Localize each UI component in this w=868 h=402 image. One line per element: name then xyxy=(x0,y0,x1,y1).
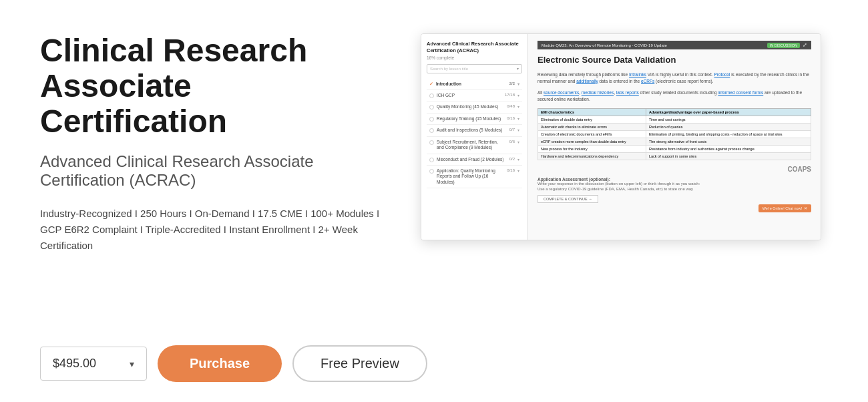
sc-expand-icon: ⤢ xyxy=(803,42,807,48)
price-dropdown[interactable]: $495.00 ▾ xyxy=(40,347,147,381)
sc-search[interactable]: Search by lesson title ▾ xyxy=(427,64,522,73)
price-label: $495.00 xyxy=(53,357,96,371)
sc-close-chat-icon[interactable]: ✕ xyxy=(804,206,807,210)
course-subtitle: Advanced Clinical Research Associate Cer… xyxy=(40,152,387,190)
sc-assessment-text-1: Write your response in the discussion (b… xyxy=(537,182,811,186)
sc-count: 0/7 xyxy=(509,128,515,132)
sc-expand-icon: ▾ xyxy=(517,140,519,144)
sc-expand-icon: ▾ xyxy=(517,128,519,132)
sc-circle-icon xyxy=(429,158,434,162)
sc-count: 0/6 xyxy=(509,140,515,144)
table-row: Elimination of double data entry Time an… xyxy=(538,116,811,123)
table-row: New process for the industry Resistance … xyxy=(538,145,811,152)
sc-count: 0/2 xyxy=(509,157,515,161)
sc-chat-badge[interactable]: We're Online! Chat now! ✕ xyxy=(758,204,811,212)
sc-search-chevron: ▾ xyxy=(517,66,519,71)
sc-circle-icon xyxy=(429,117,434,122)
sc-menu-item-audit[interactable]: Audit and Inspections (5 Modules) 0/7 ▾ xyxy=(427,125,522,136)
sc-content: Module QM23: An Overview of Remote Monit… xyxy=(528,34,821,240)
sc-item-text: Subject Recruitment, Retention, and Comp… xyxy=(437,140,505,151)
sc-menu-item-quality[interactable]: Quality Monitoring (45 Modules) 0/48 ▾ xyxy=(427,102,522,113)
table-row: Automatic edit checks to eliminate error… xyxy=(538,123,811,130)
main-container: Clinical Research Associate Certificatio… xyxy=(0,0,868,332)
sc-check-icon: ✓ xyxy=(429,81,433,87)
course-features: Industry-Recognized I 250 Hours I On-Dem… xyxy=(40,206,387,254)
sc-circle-icon xyxy=(429,105,434,110)
sc-count: 0/16 xyxy=(507,168,515,172)
sc-assessment-title: Application Assessment (optional): xyxy=(537,177,811,182)
sc-item-text: Quality Monitoring (45 Modules) xyxy=(437,104,503,110)
sc-module-header: Module QM23: An Overview of Remote Monit… xyxy=(537,41,811,49)
sc-item-text: Introduction xyxy=(436,81,505,87)
sc-item-text: Misconduct and Fraud (2 Modules) xyxy=(437,157,505,162)
sc-expand-icon: ▾ xyxy=(517,168,519,173)
purchase-button[interactable]: Purchase xyxy=(158,345,282,382)
sc-item-text: Application: Quality Monitoring Reports … xyxy=(437,168,503,185)
chevron-down-icon: ▾ xyxy=(130,359,134,369)
sc-expand-icon: ▾ xyxy=(517,93,519,97)
sc-progress: 16% complete xyxy=(427,55,522,60)
sc-module-header-text: Module QM23: An Overview of Remote Monit… xyxy=(541,43,667,47)
table-row: Hardware and telecommunications dependen… xyxy=(538,152,811,160)
sc-circle-icon xyxy=(429,169,434,174)
sc-circle-icon xyxy=(429,128,434,133)
sc-body-text-2: All source documents, medical histories,… xyxy=(537,89,811,103)
sc-lesson-title: Electronic Source Data Validation xyxy=(537,55,811,66)
sc-in-discussion-badge: IN DISCUSSION xyxy=(767,43,800,48)
sc-assessment-text-2: Use a regulatory COVID-19 guideline (FDA… xyxy=(537,187,811,191)
sc-expand-icon: ▾ xyxy=(517,81,519,86)
sc-menu-item-introduction[interactable]: ✓ Introduction 2/2 ▾ xyxy=(427,79,522,90)
sc-circle-icon xyxy=(429,140,434,145)
sc-menu-item-ichgcp[interactable]: ICH GCP 17/18 ▾ xyxy=(427,90,522,102)
sc-sidebar-title: Advanced Clinical Research Associate Cer… xyxy=(427,41,522,54)
action-bar: $495.00 ▾ Purchase Free Preview xyxy=(0,332,868,402)
sc-table-col2-header: Advantage/disadvantage over paper-based … xyxy=(646,108,811,116)
sc-count: 0/48 xyxy=(507,104,515,108)
sc-sidebar: Advanced Clinical Research Associate Cer… xyxy=(421,34,528,240)
sc-coaps-logo: COAPS xyxy=(537,166,811,173)
sc-count: 17/18 xyxy=(505,93,515,97)
table-row: eCRF creation more complex than double d… xyxy=(538,138,811,145)
sc-body-text-1: Reviewing data remotely through platform… xyxy=(537,71,811,85)
sc-assessment: Application Assessment (optional): Write… xyxy=(537,177,811,203)
sc-item-text: Regulatory Training (15 Modules) xyxy=(437,116,503,122)
sc-expand-icon: ▾ xyxy=(517,104,519,109)
course-title: Clinical Research Associate Certificatio… xyxy=(40,33,387,139)
right-panel: Advanced Clinical Research Associate Cer… xyxy=(414,27,828,332)
sc-table-col1-header: EMI characteristics xyxy=(538,108,646,116)
sc-complete-continue-button[interactable]: COMPLETE & CONTINUE → xyxy=(537,195,598,203)
free-preview-button[interactable]: Free Preview xyxy=(292,345,427,382)
sc-circle-icon xyxy=(429,93,434,98)
course-screenshot: Advanced Clinical Research Associate Cer… xyxy=(421,33,821,240)
sc-count: 0/16 xyxy=(507,116,515,120)
sc-expand-icon: ▾ xyxy=(517,157,519,162)
sc-search-placeholder: Search by lesson title xyxy=(430,67,468,71)
left-panel: Clinical Research Associate Certificatio… xyxy=(40,27,387,332)
sc-menu-item-application[interactable]: Application: Quality Monitoring Reports … xyxy=(427,166,522,188)
sc-item-text: Audit and Inspections (5 Modules) xyxy=(437,128,505,133)
sc-expand-icon: ▾ xyxy=(517,116,519,121)
sc-comparison-table: EMI characteristics Advantage/disadvanta… xyxy=(537,108,811,160)
sc-menu-item-regulatory[interactable]: Regulatory Training (15 Modules) 0/16 ▾ xyxy=(427,114,522,125)
sc-chat-badge-text: We're Online! Chat now! xyxy=(763,206,802,210)
table-row: Creation of electronic documents and eFi… xyxy=(538,130,811,138)
sc-count: 2/2 xyxy=(509,81,515,85)
sc-menu-item-misconduct[interactable]: Misconduct and Fraud (2 Modules) 0/2 ▾ xyxy=(427,154,522,166)
sc-menu-item-subject[interactable]: Subject Recruitment, Retention, and Comp… xyxy=(427,137,522,154)
sc-item-text: ICH GCP xyxy=(437,93,501,98)
